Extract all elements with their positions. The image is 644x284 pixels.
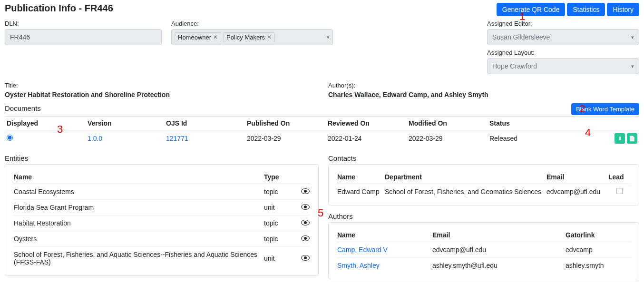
author-email: ashley.smyth@ufl.edu <box>431 258 565 274</box>
authors-value: Charles Wallace, Edward Camp, and Ashley… <box>328 91 639 98</box>
col-email: Email <box>546 170 607 184</box>
entity-name: Coastal Ecosystems <box>13 184 263 200</box>
chevron-down-icon: ▾ <box>631 63 634 69</box>
entity-name: Florida Sea Grant Program <box>13 200 263 215</box>
col-displayed: Displayed <box>5 117 86 130</box>
chevron-down-icon: ▾ <box>631 34 634 40</box>
eye-icon[interactable] <box>301 220 310 225</box>
entity-name: Habitat Restoration <box>13 215 263 231</box>
col-dept: Department <box>384 170 546 184</box>
contacts-table: Name Department Email Lead Edward Camp S… <box>336 170 631 199</box>
documents-table: Displayed Version OJS Id Published On Re… <box>5 116 639 147</box>
col-name: Name <box>336 228 431 242</box>
entity-name: School of Forest, Fisheries, and Aquatic… <box>13 247 263 270</box>
chevron-down-icon: ▾ <box>327 34 330 40</box>
displayed-radio[interactable] <box>7 135 13 141</box>
entities-heading: Entities <box>5 154 319 162</box>
published-cell: 2022-03-29 <box>245 130 326 147</box>
audience-tag: Policy Makers ✕ <box>223 32 275 42</box>
contact-name: Edward Camp <box>336 184 384 200</box>
entities-table: Name Type Coastal Ecosystems topic Flori… <box>13 170 311 270</box>
page-title: Publication Info - FR446 <box>5 3 113 14</box>
entity-row: Habitat Restoration topic <box>13 215 311 231</box>
document-row: 1.0.0 121771 2022-03-29 2022-01-24 2022-… <box>5 130 639 147</box>
editor-label: Assigned Editor: <box>487 20 639 27</box>
author-gator: edvcamp <box>565 242 631 258</box>
document-icon[interactable]: 📄 <box>627 133 637 144</box>
eye-icon[interactable] <box>301 255 310 261</box>
tag-remove-icon[interactable]: ✕ <box>267 34 272 40</box>
entity-type: topic <box>263 215 296 231</box>
author-name-link[interactable]: Smyth, Ashley <box>337 262 380 269</box>
dln-label: DLN: <box>5 20 162 27</box>
entity-row: Coastal Ecosystems topic <box>13 184 311 200</box>
dln-input <box>5 29 162 45</box>
contact-dept: School of Forest, Fisheries, and Geomati… <box>384 184 546 200</box>
history-button[interactable]: History <box>607 3 639 16</box>
col-reviewed: Reviewed On <box>326 117 407 130</box>
col-status: Status <box>488 117 601 130</box>
layout-select[interactable]: Hope Crawford ▾ <box>487 58 639 74</box>
author-name-link[interactable]: Camp, Edward V <box>337 246 388 254</box>
author-row: Smyth, Ashley ashley.smyth@ufl.edu ashle… <box>336 258 631 274</box>
entity-type: topic <box>263 231 296 247</box>
editor-value: Susan Gildersleeve <box>492 33 550 41</box>
author-email: edvcamp@ufl.edu <box>431 242 565 258</box>
entity-row: Florida Sea Grant Program unit <box>13 200 311 215</box>
reviewed-cell: 2022-01-24 <box>326 130 407 147</box>
version-link[interactable]: 1.0.0 <box>88 135 102 142</box>
audience-tag-label: Homeowner <box>178 34 211 41</box>
contact-row: Edward Camp School of Forest, Fisheries,… <box>336 184 631 200</box>
eye-icon[interactable] <box>301 204 310 210</box>
contact-email: edvcamp@ufl.edu <box>546 184 607 200</box>
tag-remove-icon[interactable]: ✕ <box>213 34 218 40</box>
title-label: Title: <box>5 82 328 89</box>
col-type: Type <box>263 170 296 184</box>
lead-checkbox[interactable] <box>616 188 623 194</box>
entity-row: Oysters topic <box>13 231 311 247</box>
ojs-link[interactable]: 121771 <box>166 135 188 142</box>
col-published: Published On <box>245 117 326 130</box>
entity-type: unit <box>263 200 296 215</box>
modified-cell: 2022-03-29 <box>407 130 488 147</box>
entity-type: unit <box>263 247 296 270</box>
entity-name: Oysters <box>13 231 263 247</box>
authors-heading: Authors <box>328 212 639 220</box>
contacts-heading: Contacts <box>328 154 639 162</box>
audience-label: Audience: <box>171 20 333 27</box>
author-row: Camp, Edward V edvcamp@ufl.edu edvcamp <box>336 242 631 258</box>
authors-table: Name Email Gatorlink Camp, Edward V edvc… <box>336 228 631 273</box>
audience-tag: Homeowner ✕ <box>175 32 221 42</box>
entity-row: School of Forest, Fisheries, and Aquatic… <box>13 247 311 270</box>
entity-type: topic <box>263 184 296 200</box>
col-email: Email <box>431 228 565 242</box>
editor-select[interactable]: Susan Gildersleeve ▾ <box>487 29 639 45</box>
col-ojs: OJS Id <box>164 117 245 130</box>
eye-icon[interactable] <box>301 235 310 241</box>
col-modified: Modified On <box>407 117 488 130</box>
col-name: Name <box>13 170 263 184</box>
blank-word-template-button[interactable]: Blank Word Template <box>571 103 639 115</box>
audience-tag-label: Policy Makers <box>226 34 265 41</box>
layout-label: Assigned Layout: <box>487 49 639 56</box>
col-name: Name <box>336 170 384 184</box>
audience-select[interactable]: Homeowner ✕ Policy Makers ✕ ▾ <box>171 29 333 45</box>
download-icon[interactable]: ⬇ <box>615 133 625 144</box>
eye-icon[interactable] <box>301 188 310 194</box>
col-lead: Lead <box>607 170 631 184</box>
title-value: Oyster Habitat Restoration and Shoreline… <box>5 91 328 98</box>
documents-heading: Documents <box>5 104 41 112</box>
col-gator: Gatorlink <box>565 228 631 242</box>
col-version: Version <box>86 117 164 130</box>
generate-qr-button[interactable]: Generate QR Code <box>497 3 566 16</box>
layout-value: Hope Crawford <box>492 62 537 70</box>
statistics-button[interactable]: Statistics <box>567 3 605 16</box>
author-gator: ashley.smyth <box>565 258 631 274</box>
status-cell: Released <box>488 130 601 147</box>
authors-label: Author(s): <box>328 82 639 89</box>
